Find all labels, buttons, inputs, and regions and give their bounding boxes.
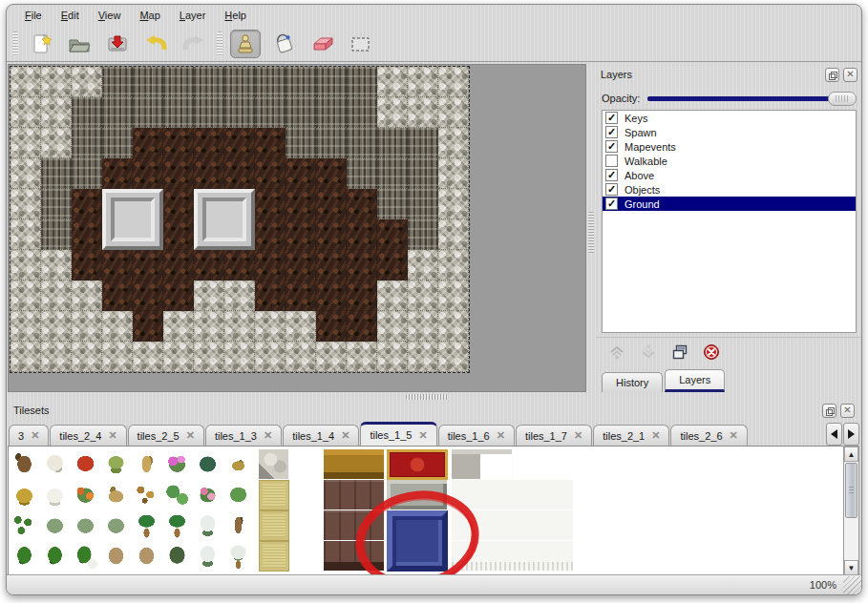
map-tile-brown-floor[interactable] <box>255 250 286 281</box>
map-tile-dark-cliff[interactable] <box>286 128 316 158</box>
map-tile-brown-floor[interactable] <box>286 219 316 250</box>
map-tile-brown-floor[interactable] <box>316 158 347 189</box>
map-tile-dark-cliff[interactable] <box>133 97 163 128</box>
map-tile-dark-cliff[interactable] <box>41 158 72 189</box>
vertical-splitter[interactable] <box>587 64 596 392</box>
tileset-tile-lily-pad[interactable] <box>223 480 254 510</box>
map-tile-brown-floor[interactable] <box>163 128 194 158</box>
tileset-tile-flower-red[interactable] <box>71 449 101 480</box>
map-tile-light-rock[interactable] <box>438 97 469 128</box>
menu-map[interactable]: Map <box>131 8 168 23</box>
map-tile-brown-floor[interactable] <box>224 128 255 158</box>
close-tab-icon[interactable]: ✕ <box>574 429 582 442</box>
tileset-tile-palm[interactable] <box>162 510 193 541</box>
tileset-view[interactable] <box>8 446 844 576</box>
tileset-tile-dead-tree[interactable] <box>101 541 132 572</box>
map-tile-light-rock[interactable] <box>41 128 72 158</box>
opacity-slider-handle[interactable] <box>828 92 857 106</box>
redo-button[interactable] <box>179 30 209 58</box>
tileset-tile-tree-trunk[interactable] <box>10 449 40 480</box>
map-tile-dark-cliff[interactable] <box>408 219 438 250</box>
close-tab-icon[interactable]: ✕ <box>497 429 505 442</box>
map-tile-light-rock[interactable] <box>11 67 41 97</box>
map-tile-brown-floor[interactable] <box>316 219 347 250</box>
map-object-stone-table[interactable] <box>102 189 163 250</box>
map-tile-dark-cliff[interactable] <box>255 97 286 128</box>
map-tile-light-rock[interactable] <box>438 219 469 250</box>
map-tile-brown-floor[interactable] <box>347 189 377 219</box>
map-tile-brown-floor[interactable] <box>286 250 316 281</box>
map-tile-dark-cliff[interactable] <box>72 128 102 158</box>
tileset-tile-carpet-red[interactable] <box>387 449 448 480</box>
map-tile-light-rock[interactable] <box>102 311 133 342</box>
tileset-tile-bush-gray[interactable] <box>71 510 101 541</box>
tileset-tab-tiles_1_3[interactable]: tiles_1_3✕ <box>205 425 282 446</box>
map-tile-light-rock[interactable] <box>316 342 347 372</box>
tileset-tab-tiles_2_6[interactable]: tiles_2_6✕ <box>670 425 747 446</box>
layer-row-mapevents[interactable]: ✓Mapevents <box>603 139 856 154</box>
delete-layer-button[interactable] <box>702 343 721 362</box>
map-tile-light-rock[interactable] <box>377 281 408 311</box>
new-map-button[interactable] <box>26 30 56 58</box>
map-tile-light-rock[interactable] <box>11 97 41 128</box>
tileset-tab-tiles_1_4[interactable]: tiles_1_4✕ <box>283 425 359 446</box>
map-tile-dark-cliff[interactable] <box>408 189 438 219</box>
map-tile-dark-cliff[interactable] <box>408 128 438 158</box>
resize-grip[interactable] <box>843 576 861 594</box>
map-tile-light-rock[interactable] <box>133 342 163 372</box>
tileset-tile-tatami[interactable] <box>259 541 289 572</box>
tileset-tab-tiles_1_7[interactable]: tiles_1_7✕ <box>516 425 592 446</box>
tileset-tab-tiles_1_6[interactable]: tiles_1_6✕ <box>438 425 515 446</box>
tileset-tile-table-brown[interactable] <box>324 480 385 510</box>
tileset-tile-conifer-rock[interactable] <box>71 541 101 572</box>
map-tile-brown-floor[interactable] <box>347 219 377 250</box>
tileset-tile-table-blue-selected[interactable] <box>387 510 448 572</box>
map-tile-light-rock[interactable] <box>41 311 72 342</box>
map-tile-brown-floor[interactable] <box>163 158 194 189</box>
map-tile-light-rock[interactable] <box>194 281 224 311</box>
map-tile-dark-cliff[interactable] <box>316 67 347 97</box>
map-tile-light-rock[interactable] <box>11 158 41 189</box>
map-tile-dark-cliff[interactable] <box>316 128 347 158</box>
map-tile-brown-floor[interactable] <box>316 281 347 311</box>
map-tile-light-rock[interactable] <box>194 342 224 372</box>
map-tile-light-rock[interactable] <box>102 342 133 372</box>
tileset-tile-tree-white[interactable] <box>40 449 71 480</box>
map-tile-light-rock[interactable] <box>438 281 469 311</box>
map-tile-brown-floor[interactable] <box>163 189 194 219</box>
tileset-tile-sprouts[interactable] <box>10 510 40 541</box>
tab-layers[interactable]: Layers <box>665 369 725 392</box>
select-tool-button[interactable] <box>345 30 375 58</box>
close-tab-icon[interactable]: ✕ <box>264 429 272 442</box>
map-tile-brown-floor[interactable] <box>163 281 194 311</box>
tileset-tile-flowers-orange[interactable] <box>71 480 101 510</box>
map-tile-light-rock[interactable] <box>408 250 438 281</box>
map-tile-brown-floor[interactable] <box>255 189 286 219</box>
map-tile-light-rock[interactable] <box>72 67 102 97</box>
map-tile-light-rock[interactable] <box>72 311 102 342</box>
tileset-tile-frame-gray[interactable] <box>387 480 448 510</box>
map-tile-dark-cliff[interactable] <box>377 189 408 219</box>
map-tile-brown-floor[interactable] <box>194 158 224 189</box>
map-tile-dark-cliff[interactable] <box>102 67 133 97</box>
tab-history[interactable]: History <box>602 372 663 392</box>
toolbar-grip[interactable] <box>12 31 18 56</box>
map-tile-light-rock[interactable] <box>11 342 41 372</box>
tileset-tile-snow-mound[interactable] <box>40 480 71 510</box>
layer-row-objects[interactable]: ✓Objects <box>603 182 856 197</box>
checked-checkbox-icon[interactable]: ✓ <box>605 112 618 124</box>
unchecked-checkbox[interactable] <box>605 155 618 167</box>
map-tile-light-rock[interactable] <box>163 311 194 342</box>
tileset-tile-leaves[interactable] <box>132 480 162 510</box>
map-tile-light-rock[interactable] <box>438 311 469 342</box>
tileset-tab-tiles_1_5[interactable]: tiles_1_5✕ <box>360 422 436 446</box>
checked-checkbox-icon[interactable]: ✓ <box>605 140 618 153</box>
map-tile-light-rock[interactable] <box>408 311 438 342</box>
scroll-up-button[interactable]: ▲ <box>844 447 858 462</box>
map-tile-brown-floor[interactable] <box>72 189 102 219</box>
map-tile-light-rock[interactable] <box>438 189 469 219</box>
layer-row-spawn[interactable]: ✓Spawn <box>603 125 856 139</box>
tileset-tab-tiles_2_4[interactable]: tiles_2_4✕ <box>50 425 126 446</box>
tileset-tile-palm-trunk[interactable] <box>223 510 254 541</box>
tileset-tile-bush-gray[interactable] <box>40 510 71 541</box>
